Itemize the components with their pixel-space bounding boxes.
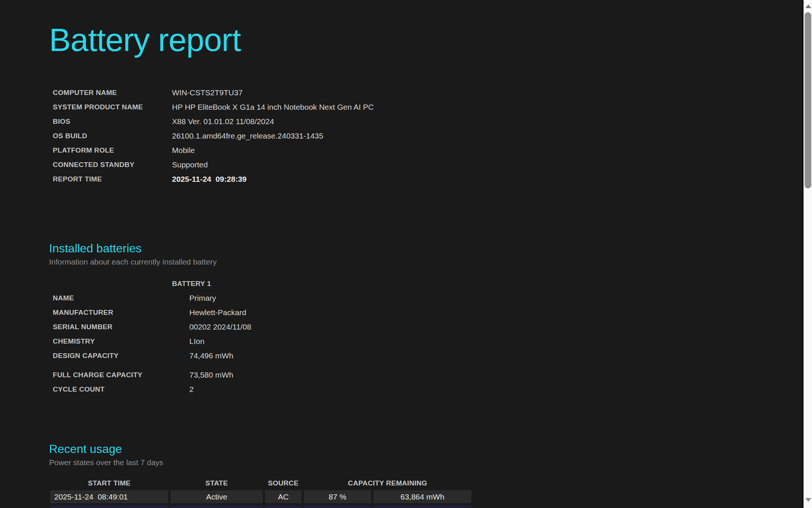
system-info-table: COMPUTER NAME WIN-CSTS2T9TU37 SYSTEM PRO… <box>53 85 374 186</box>
system-info-row: PLATFORM ROLE Mobile <box>53 143 374 157</box>
battery-cycle-count-value: 2 <box>189 382 194 396</box>
recent-usage-subtitle: Power states over the last 7 days <box>49 458 163 467</box>
battery-full-charge-capacity-label: FULL CHARGE CAPACITY <box>53 368 189 382</box>
usage-state-cell: Active <box>171 490 263 503</box>
report-time-value: 2025-11-24 09:28:39 <box>172 172 247 186</box>
battery-row: SERIAL NUMBER 00202 2024/11/08 <box>53 320 309 334</box>
battery-row: DESIGN CAPACITY 74,496 mWh <box>53 348 309 363</box>
report-time-label: REPORT TIME <box>53 172 172 186</box>
platform-role-label: PLATFORM ROLE <box>53 143 172 157</box>
battery-column-spacer <box>53 276 172 291</box>
battery-row: NAME Primary <box>53 291 309 305</box>
usage-cell <box>265 505 302 508</box>
recent-usage-heading: Recent usage <box>49 441 122 456</box>
computer-name-label: COMPUTER NAME <box>53 85 172 100</box>
installed-batteries-table: BATTERY 1 NAME Primary MANUFACTURER Hewl… <box>53 276 309 396</box>
os-build-label: OS BUILD <box>53 129 172 143</box>
scrollbar-down-arrow-icon[interactable] <box>805 498 811 502</box>
battery-design-capacity-value: 74,496 mWh <box>189 348 233 363</box>
recent-usage-header-row: START TIME STATE SOURCE CAPACITY REMAINI… <box>50 478 471 488</box>
usage-cell <box>50 505 168 508</box>
usage-start-time-cell: 2025-11-24 08:49:01 <box>50 490 168 503</box>
recent-usage-row: 2025-11-24 08:49:01 Active AC 87 % 63,86… <box>50 490 471 503</box>
system-info-row: CONNECTED STANDBY Supported <box>53 157 374 172</box>
battery-row: CHEMISTRY LIon <box>53 334 309 348</box>
system-info-row: REPORT TIME 2025-11-24 09:28:39 <box>53 172 374 186</box>
battery-name-label: NAME <box>53 291 189 305</box>
page-title: Battery report <box>49 23 241 57</box>
battery-row: FULL CHARGE CAPACITY 73,580 mWh <box>53 368 309 382</box>
usage-cell <box>374 505 471 508</box>
battery-column-header-row: BATTERY 1 <box>53 276 309 291</box>
installed-batteries-subtitle: Information about each currently install… <box>49 257 217 267</box>
usage-source-cell: AC <box>265 490 302 503</box>
system-info-row: SYSTEM PRODUCT NAME HP HP EliteBook X G1… <box>53 100 374 114</box>
platform-role-value: Mobile <box>172 143 195 157</box>
battery-serial-number-label: SERIAL NUMBER <box>53 320 189 334</box>
battery-manufacturer-label: MANUFACTURER <box>53 305 189 320</box>
scrollbar-thumb[interactable] <box>805 12 811 188</box>
battery-cycle-count-label: CYCLE COUNT <box>53 382 189 396</box>
start-time-header: START TIME <box>50 478 168 488</box>
bios-value: X88 Ver. 01.01.02 11/08/2024 <box>172 114 274 129</box>
system-product-name-label: SYSTEM PRODUCT NAME <box>53 100 172 114</box>
battery-chemistry-label: CHEMISTRY <box>53 334 189 348</box>
usage-capacity-percent-cell: 87 % <box>304 490 371 503</box>
battery-row: MANUFACTURER Hewlett-Packard <box>53 305 309 320</box>
battery-chemistry-value: LIon <box>189 334 204 348</box>
system-info-row: COMPUTER NAME WIN-CSTS2T9TU37 <box>53 85 374 100</box>
state-header: STATE <box>171 478 263 488</box>
battery-table-spacer <box>53 363 309 368</box>
system-info-row: OS BUILD 26100.1.amd64fre.ge_release.240… <box>53 129 374 143</box>
recent-usage-row-partial <box>50 505 471 508</box>
capacity-remaining-header: CAPACITY REMAINING <box>304 478 471 488</box>
usage-cell <box>171 505 263 508</box>
battery-serial-number-value: 00202 2024/11/08 <box>189 320 251 334</box>
scrollbar-up-arrow-icon[interactable] <box>805 4 811 8</box>
system-info-row: BIOS X88 Ver. 01.01.02 11/08/2024 <box>53 114 374 129</box>
computer-name-value: WIN-CSTS2T9TU37 <box>172 85 242 100</box>
battery-design-capacity-label: DESIGN CAPACITY <box>53 348 189 363</box>
connected-standby-value: Supported <box>172 157 208 172</box>
bios-label: BIOS <box>53 114 172 129</box>
usage-capacity-mwh-cell: 63,864 mWh <box>374 490 471 503</box>
battery-row: CYCLE COUNT 2 <box>53 382 309 396</box>
source-header: SOURCE <box>265 478 302 488</box>
connected-standby-label: CONNECTED STANDBY <box>53 157 172 172</box>
battery-1-column-header: BATTERY 1 <box>172 276 309 291</box>
battery-full-charge-capacity-value: 73,580 mWh <box>189 368 233 382</box>
battery-report-page: Battery report COMPUTER NAME WIN-CSTS2T9… <box>0 0 803 508</box>
battery-manufacturer-value: Hewlett-Packard <box>189 305 246 320</box>
battery-name-value: Primary <box>189 291 216 305</box>
vertical-scrollbar[interactable] <box>802 0 812 508</box>
usage-cell <box>304 505 371 508</box>
installed-batteries-heading: Installed batteries <box>49 241 142 256</box>
system-product-name-value: HP HP EliteBook X G1a 14 inch Notebook N… <box>172 100 374 114</box>
os-build-value: 26100.1.amd64fre.ge_release.240331-1435 <box>172 129 323 143</box>
